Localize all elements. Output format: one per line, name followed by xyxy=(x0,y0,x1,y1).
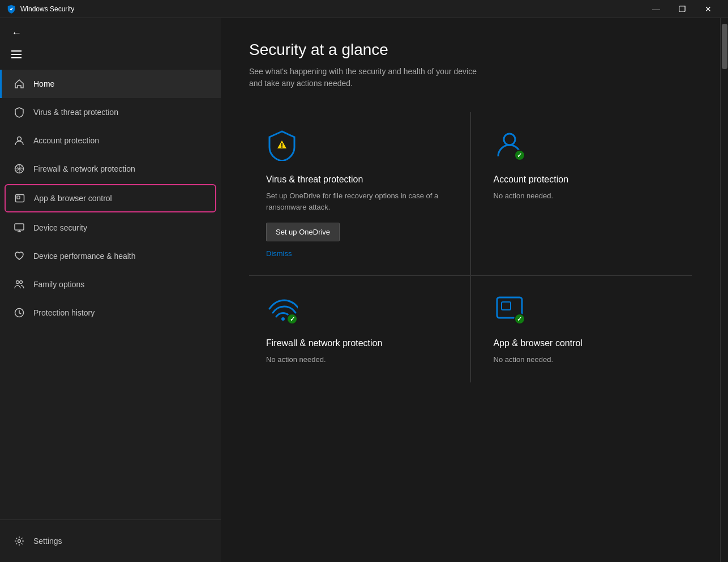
sidebar-item-account-label: Account protection xyxy=(33,136,99,145)
main-content: Security at a glance See what's happenin… xyxy=(221,18,720,562)
title-bar: Windows Security — ❐ ✕ xyxy=(0,0,728,18)
account-card-icon: ✓ xyxy=(494,129,528,163)
svg-point-10 xyxy=(504,134,515,145)
svg-point-8 xyxy=(18,540,21,543)
app-body: ← Home xyxy=(0,18,728,562)
app-browser-card-icon: ✓ xyxy=(494,293,528,327)
person-icon xyxy=(13,134,25,147)
svg-point-5 xyxy=(16,281,19,284)
hamburger-icon xyxy=(11,50,22,52)
maximize-button[interactable]: ❐ xyxy=(669,0,695,18)
sidebar-item-virus[interactable]: Virus & threat protection xyxy=(0,98,221,126)
virus-card-desc: Set up OneDrive for file recovery option… xyxy=(266,190,453,212)
monitor-icon xyxy=(13,222,25,234)
history-icon xyxy=(13,306,25,319)
svg-rect-3 xyxy=(17,196,20,199)
sidebar-item-device-security[interactable]: Device security xyxy=(0,214,221,242)
page-subtitle: See what's happening with the security a… xyxy=(249,66,692,90)
hamburger-icon-line3 xyxy=(11,57,22,58)
dismiss-link[interactable]: Dismiss xyxy=(266,249,292,258)
hamburger-icon-line2 xyxy=(11,54,22,55)
virus-card-icon xyxy=(266,129,300,163)
sidebar-item-home[interactable]: Home xyxy=(0,70,221,98)
title-bar-title: Windows Security xyxy=(20,5,74,13)
page-title: Security at a glance xyxy=(249,41,692,59)
svg-point-0 xyxy=(18,137,22,141)
title-bar-controls: — ❐ ✕ xyxy=(643,0,721,18)
app-browser-icon xyxy=(14,192,26,205)
svg-point-11 xyxy=(281,317,285,321)
sidebar-nav: Home Virus & threat protection xyxy=(0,65,221,520)
svg-rect-13 xyxy=(502,302,511,310)
sidebar-item-history-label: Protection history xyxy=(33,308,95,317)
home-icon xyxy=(13,78,25,90)
firewall-card-icon: ✓ xyxy=(266,293,300,327)
sidebar-item-device-health-label: Device performance & health xyxy=(33,252,136,261)
account-card-desc: No action needed. xyxy=(494,190,675,202)
app-browser-card: ✓ App & browser control No action needed… xyxy=(471,276,692,382)
account-card: ✓ Account protection No action needed. xyxy=(471,112,692,275)
sidebar-item-history[interactable]: Protection history xyxy=(0,299,221,327)
sidebar-item-settings[interactable]: Settings xyxy=(0,527,221,555)
sidebar-item-settings-label: Settings xyxy=(33,537,62,546)
shield-icon xyxy=(13,106,25,118)
sidebar-item-device-health[interactable]: Device performance & health xyxy=(0,242,221,270)
cards-grid: Virus & threat protection Set up OneDriv… xyxy=(249,112,692,382)
virus-card: Virus & threat protection Set up OneDriv… xyxy=(249,112,470,275)
firewall-card-title: Firewall & network protection xyxy=(266,338,453,348)
heart-icon xyxy=(13,250,25,262)
sidebar-item-account[interactable]: Account protection xyxy=(0,126,221,155)
svg-point-6 xyxy=(20,281,23,284)
family-icon xyxy=(13,278,25,291)
back-button[interactable]: ← xyxy=(9,25,24,41)
sidebar-item-family-label: Family options xyxy=(33,280,84,289)
virus-card-title: Virus & threat protection xyxy=(266,174,453,185)
close-button[interactable]: ✕ xyxy=(695,0,721,18)
sidebar: ← Home xyxy=(0,18,221,562)
app-browser-card-title: App & browser control xyxy=(494,338,675,348)
sidebar-item-firewall[interactable]: Firewall & network protection xyxy=(0,155,221,183)
sidebar-item-app-browser[interactable]: App & browser control xyxy=(5,184,216,212)
app-browser-card-desc: No action needed. xyxy=(494,354,675,365)
firewall-icon xyxy=(13,163,25,175)
app-icon xyxy=(7,5,16,14)
account-card-title: Account protection xyxy=(494,174,675,185)
sidebar-item-family[interactable]: Family options xyxy=(0,270,221,299)
sidebar-item-firewall-label: Firewall & network protection xyxy=(33,164,135,173)
sidebar-item-app-browser-label: App & browser control xyxy=(34,194,112,203)
sidebar-item-device-security-label: Device security xyxy=(33,223,87,232)
sidebar-item-home-label: Home xyxy=(33,79,54,88)
sidebar-bottom: Settings xyxy=(0,520,221,562)
title-bar-left: Windows Security xyxy=(7,5,74,14)
firewall-card-desc: No action needed. xyxy=(266,354,453,365)
firewall-card: ✓ Firewall & network protection No actio… xyxy=(249,276,470,382)
sidebar-item-virus-label: Virus & threat protection xyxy=(33,108,118,117)
minimize-button[interactable]: — xyxy=(643,0,669,18)
settings-icon xyxy=(13,535,25,547)
sidebar-top: ← xyxy=(0,18,221,48)
svg-rect-4 xyxy=(15,224,24,230)
svg-point-9 xyxy=(281,147,282,148)
scrollbar-thumb[interactable] xyxy=(722,24,727,69)
setup-onedrive-button[interactable]: Set up OneDrive xyxy=(266,223,340,241)
scrollbar-track[interactable] xyxy=(720,18,728,562)
